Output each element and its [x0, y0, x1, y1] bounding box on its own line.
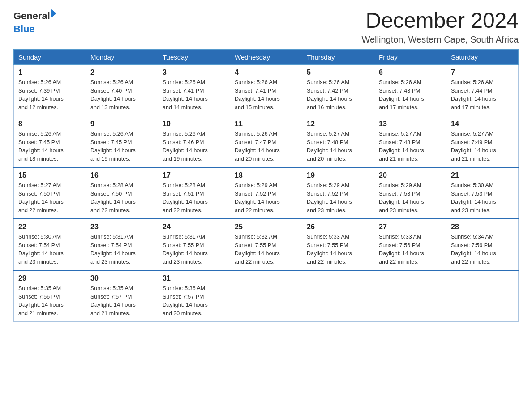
day-info: Sunrise: 5:26 AMSunset: 7:41 PMDaylight:… — [235, 78, 297, 112]
logo-blue: Blue — [13, 23, 35, 35]
calendar-cell: 1Sunrise: 5:26 AMSunset: 7:39 PMDaylight… — [14, 64, 86, 116]
day-number: 5 — [307, 68, 369, 77]
month-title: December 2024 — [361, 9, 519, 33]
weekday-header-wednesday: Wednesday — [230, 49, 302, 64]
calendar-cell: 28Sunrise: 5:34 AMSunset: 7:56 PMDayligh… — [446, 219, 519, 270]
day-info: Sunrise: 5:26 AMSunset: 7:40 PMDaylight:… — [90, 78, 153, 112]
day-info: Sunrise: 5:27 AMSunset: 7:48 PMDaylight:… — [379, 130, 442, 163]
calendar-cell: 25Sunrise: 5:32 AMSunset: 7:55 PMDayligh… — [230, 219, 302, 270]
calendar-cell: 24Sunrise: 5:31 AMSunset: 7:55 PMDayligh… — [158, 219, 230, 270]
calendar-week-row: 1Sunrise: 5:26 AMSunset: 7:39 PMDaylight… — [14, 64, 519, 116]
day-info: Sunrise: 5:34 AMSunset: 7:56 PMDaylight:… — [451, 233, 514, 266]
day-number: 21 — [451, 171, 514, 180]
day-number: 14 — [451, 120, 514, 128]
day-info: Sunrise: 5:28 AMSunset: 7:50 PMDaylight:… — [90, 181, 153, 215]
title-section: December 2024 Wellington, Western Cape, … — [361, 9, 519, 45]
calendar-cell: 10Sunrise: 5:26 AMSunset: 7:46 PMDayligh… — [158, 116, 230, 167]
day-number: 1 — [18, 68, 81, 77]
day-number: 7 — [451, 68, 514, 77]
day-number: 3 — [163, 68, 225, 77]
day-info: Sunrise: 5:28 AMSunset: 7:51 PMDaylight:… — [163, 181, 225, 215]
day-number: 15 — [18, 171, 81, 180]
day-info: Sunrise: 5:26 AMSunset: 7:41 PMDaylight:… — [163, 78, 225, 112]
calendar-cell: 22Sunrise: 5:30 AMSunset: 7:54 PMDayligh… — [14, 219, 86, 270]
day-info: Sunrise: 5:26 AMSunset: 7:45 PMDaylight:… — [90, 130, 153, 163]
calendar-cell: 17Sunrise: 5:28 AMSunset: 7:51 PMDayligh… — [158, 167, 230, 219]
calendar-cell: 19Sunrise: 5:29 AMSunset: 7:52 PMDayligh… — [302, 167, 374, 219]
calendar-cell: 3Sunrise: 5:26 AMSunset: 7:41 PMDaylight… — [158, 64, 230, 116]
day-number: 2 — [90, 68, 153, 77]
calendar-cell: 29Sunrise: 5:35 AMSunset: 7:56 PMDayligh… — [14, 270, 86, 322]
calendar-week-row: 15Sunrise: 5:27 AMSunset: 7:50 PMDayligh… — [14, 167, 519, 219]
calendar-cell: 7Sunrise: 5:26 AMSunset: 7:44 PMDaylight… — [446, 64, 519, 116]
calendar-cell — [446, 270, 519, 322]
location-subtitle: Wellington, Western Cape, South Africa — [361, 34, 519, 45]
day-info: Sunrise: 5:36 AMSunset: 7:57 PMDaylight:… — [163, 284, 225, 318]
day-number: 28 — [451, 223, 514, 231]
day-info: Sunrise: 5:30 AMSunset: 7:53 PMDaylight:… — [451, 181, 514, 215]
calendar-cell: 8Sunrise: 5:26 AMSunset: 7:45 PMDaylight… — [14, 116, 86, 167]
weekday-header-tuesday: Tuesday — [158, 49, 230, 64]
logo-general: General — [13, 10, 50, 22]
day-number: 22 — [18, 223, 81, 231]
calendar-cell: 26Sunrise: 5:33 AMSunset: 7:55 PMDayligh… — [302, 219, 374, 270]
logo-arrow-icon — [51, 9, 56, 18]
calendar-cell — [374, 270, 446, 322]
day-number: 9 — [90, 120, 153, 128]
day-number: 8 — [18, 120, 81, 128]
calendar-cell: 5Sunrise: 5:26 AMSunset: 7:42 PMDaylight… — [302, 64, 374, 116]
day-info: Sunrise: 5:31 AMSunset: 7:55 PMDaylight:… — [163, 233, 225, 266]
day-info: Sunrise: 5:29 AMSunset: 7:53 PMDaylight:… — [379, 181, 442, 215]
calendar-cell: 2Sunrise: 5:26 AMSunset: 7:40 PMDaylight… — [86, 64, 158, 116]
calendar-cell: 9Sunrise: 5:26 AMSunset: 7:45 PMDaylight… — [86, 116, 158, 167]
calendar-cell: 11Sunrise: 5:26 AMSunset: 7:47 PMDayligh… — [230, 116, 302, 167]
day-info: Sunrise: 5:26 AMSunset: 7:44 PMDaylight:… — [451, 78, 514, 112]
calendar-cell: 14Sunrise: 5:27 AMSunset: 7:49 PMDayligh… — [446, 116, 519, 167]
calendar-cell: 16Sunrise: 5:28 AMSunset: 7:50 PMDayligh… — [86, 167, 158, 219]
calendar-cell: 20Sunrise: 5:29 AMSunset: 7:53 PMDayligh… — [374, 167, 446, 219]
day-number: 11 — [235, 120, 297, 128]
day-info: Sunrise: 5:35 AMSunset: 7:57 PMDaylight:… — [90, 284, 153, 318]
calendar-week-row: 22Sunrise: 5:30 AMSunset: 7:54 PMDayligh… — [14, 219, 519, 270]
day-number: 16 — [90, 171, 153, 180]
weekday-header-thursday: Thursday — [302, 49, 374, 64]
calendar-cell: 4Sunrise: 5:26 AMSunset: 7:41 PMDaylight… — [230, 64, 302, 116]
day-info: Sunrise: 5:26 AMSunset: 7:46 PMDaylight:… — [163, 130, 225, 163]
day-number: 19 — [307, 171, 369, 180]
day-info: Sunrise: 5:31 AMSunset: 7:54 PMDaylight:… — [90, 233, 153, 266]
calendar-cell: 23Sunrise: 5:31 AMSunset: 7:54 PMDayligh… — [86, 219, 158, 270]
day-info: Sunrise: 5:33 AMSunset: 7:56 PMDaylight:… — [379, 233, 442, 266]
calendar-cell: 31Sunrise: 5:36 AMSunset: 7:57 PMDayligh… — [158, 270, 230, 322]
day-info: Sunrise: 5:27 AMSunset: 7:49 PMDaylight:… — [451, 130, 514, 163]
day-info: Sunrise: 5:29 AMSunset: 7:52 PMDaylight:… — [307, 181, 369, 215]
calendar-cell — [230, 270, 302, 322]
day-number: 29 — [18, 274, 81, 283]
day-info: Sunrise: 5:26 AMSunset: 7:47 PMDaylight:… — [235, 130, 297, 163]
day-info: Sunrise: 5:33 AMSunset: 7:55 PMDaylight:… — [307, 233, 369, 266]
calendar-cell: 15Sunrise: 5:27 AMSunset: 7:50 PMDayligh… — [14, 167, 86, 219]
day-info: Sunrise: 5:26 AMSunset: 7:42 PMDaylight:… — [307, 78, 369, 112]
day-number: 17 — [163, 171, 225, 180]
day-number: 25 — [235, 223, 297, 231]
day-info: Sunrise: 5:26 AMSunset: 7:43 PMDaylight:… — [379, 78, 442, 112]
day-info: Sunrise: 5:29 AMSunset: 7:52 PMDaylight:… — [235, 181, 297, 215]
weekday-header-friday: Friday — [374, 49, 446, 64]
day-number: 23 — [90, 223, 153, 231]
day-info: Sunrise: 5:27 AMSunset: 7:50 PMDaylight:… — [18, 181, 81, 215]
calendar-cell: 27Sunrise: 5:33 AMSunset: 7:56 PMDayligh… — [374, 219, 446, 270]
day-info: Sunrise: 5:32 AMSunset: 7:55 PMDaylight:… — [235, 233, 297, 266]
calendar-table: SundayMondayTuesdayWednesdayThursdayFrid… — [13, 49, 519, 322]
day-number: 27 — [379, 223, 442, 231]
day-number: 18 — [235, 171, 297, 180]
calendar-cell: 18Sunrise: 5:29 AMSunset: 7:52 PMDayligh… — [230, 167, 302, 219]
calendar-cell — [302, 270, 374, 322]
day-number: 6 — [379, 68, 442, 77]
day-info: Sunrise: 5:30 AMSunset: 7:54 PMDaylight:… — [18, 233, 81, 266]
weekday-header-saturday: Saturday — [446, 49, 519, 64]
calendar-cell: 21Sunrise: 5:30 AMSunset: 7:53 PMDayligh… — [446, 167, 519, 219]
calendar-cell: 6Sunrise: 5:26 AMSunset: 7:43 PMDaylight… — [374, 64, 446, 116]
day-number: 24 — [163, 223, 225, 231]
calendar-week-row: 8Sunrise: 5:26 AMSunset: 7:45 PMDaylight… — [14, 116, 519, 167]
day-info: Sunrise: 5:27 AMSunset: 7:48 PMDaylight:… — [307, 130, 369, 163]
day-number: 13 — [379, 120, 442, 128]
